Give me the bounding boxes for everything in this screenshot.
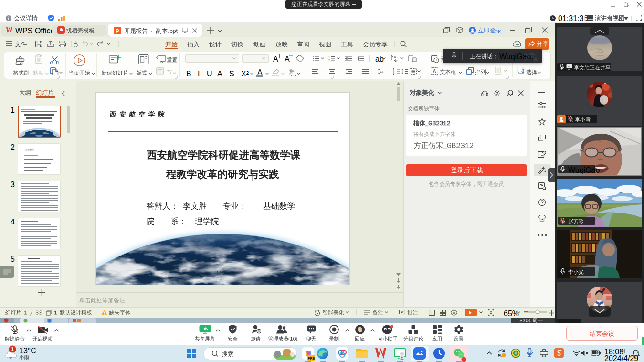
svg-text:z: z [637, 350, 639, 353]
svg-text:PRE: PRE [308, 357, 315, 360]
svg-text:123: 123 [216, 271, 224, 276]
svg-text:A: A [394, 55, 396, 59]
svg-text:P: P [116, 28, 119, 34]
svg-text:1: 1 [328, 56, 330, 59]
svg-text:12: 12 [380, 70, 383, 73]
svg-text:A: A [433, 69, 436, 74]
svg-text:1: 1 [11, 347, 14, 352]
svg-text:2: 2 [328, 59, 330, 61]
